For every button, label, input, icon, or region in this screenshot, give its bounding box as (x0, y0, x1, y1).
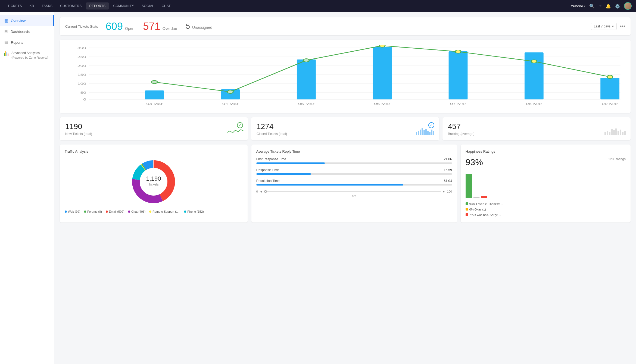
nav-tasks[interactable]: TASKS (38, 2, 56, 10)
overview-icon: ▦ (4, 18, 8, 23)
new-tickets-num: 1190 (65, 122, 242, 131)
nav-kb[interactable]: KB (26, 2, 38, 10)
nav-social[interactable]: SOCIAL (138, 2, 157, 10)
slider-thumb[interactable] (264, 190, 267, 193)
reply-time-title: Average Tickets Reply Time (256, 149, 452, 153)
mini-chart-wave (227, 127, 244, 136)
stat-open: 609 Open (106, 21, 135, 32)
nav-community[interactable]: COMMUNITY (110, 2, 137, 10)
svg-rect-34 (433, 131, 434, 135)
slider-line[interactable] (264, 191, 441, 192)
bar-07mar (449, 51, 468, 99)
metric-new-tickets: 1190 New Tickets (total) ✓ (60, 117, 248, 140)
svg-rect-39 (613, 130, 615, 135)
svg-rect-27 (420, 130, 421, 135)
closed-tickets-num: 1274 (257, 122, 434, 131)
sidebar-label-dashboards: Dashboards (11, 30, 30, 34)
response-label: Response Time (256, 168, 279, 172)
dot-08mar (531, 60, 537, 63)
settings-icon[interactable]: ⚙️ (615, 4, 620, 9)
nav-tickets[interactable]: TICKETS (4, 2, 25, 10)
top-nav: TICKETS KB TASKS CUSTOMERS REPORTS COMMU… (0, 0, 636, 12)
resolution-item: Resolution Time 61:04 (256, 179, 452, 186)
metric-backlog: 457 Backlog (average) (442, 117, 631, 140)
mini-chart-backlog (604, 127, 626, 136)
sidebar-label-reports: Reports (11, 40, 23, 45)
prev-arrow-icon[interactable]: ◄ (260, 190, 263, 193)
legend-loved: 93% Loved it. Thanks!! ... (469, 202, 503, 206)
resolution-bar (256, 184, 452, 186)
dot-07mar (455, 50, 461, 53)
dot-09mar (607, 75, 613, 79)
happiness-bars (466, 171, 626, 198)
traffic-title: Traffic Analysis (65, 149, 243, 153)
svg-text:Tickets: Tickets (149, 183, 159, 186)
resolution-value: 61:04 (444, 179, 452, 183)
svg-text:1,190: 1,190 (146, 175, 161, 182)
bar-03mar (145, 90, 164, 99)
svg-text:250: 250 (77, 55, 86, 58)
stat-overdue: 571 Overdue (143, 21, 177, 32)
brand-label[interactable]: zPhone ▾ (571, 4, 585, 8)
search-icon[interactable]: 🔍 (589, 4, 595, 9)
svg-text:07 Mar: 07 Mar (450, 102, 466, 105)
notifications-icon[interactable]: 🔔 (606, 4, 611, 9)
sidebar-item-dashboards[interactable]: ⊞ Dashboards (0, 26, 54, 37)
sidebar-item-reports[interactable]: ▤ Reports (0, 37, 54, 48)
legend-bad: 7% It was bad. Sorry! ... (469, 213, 501, 216)
stat-unassigned: 5 Unassigned (186, 23, 212, 30)
chart-area: 300 250 200 150 100 50 0 (65, 45, 625, 108)
hrs-label: hrs (256, 194, 452, 197)
slider-max: 100 (447, 190, 452, 193)
date-filter[interactable]: Last 7 days ▾ (591, 23, 617, 30)
stats-header: Current Tickets Stats 609 Open 571 Overd… (60, 17, 631, 35)
svg-text:06 Mar: 06 Mar (374, 102, 390, 105)
add-icon[interactable]: + (598, 3, 602, 9)
svg-rect-31 (427, 131, 429, 135)
nav-reports[interactable]: REPORTS (86, 2, 109, 10)
happiness-percent: 93% (466, 157, 483, 167)
happiness-title: Happiness Ratings (466, 149, 626, 153)
new-tickets-label: New Tickets (total) (65, 132, 242, 136)
resolution-fill (256, 184, 403, 186)
nav-customers[interactable]: CUSTOMERS (57, 2, 85, 10)
happiness-top: 93% 128 Ratings (466, 157, 626, 167)
svg-text:09 Mar: 09 Mar (602, 102, 618, 105)
slider-track[interactable]: 0 ◄ ► 100 (256, 190, 452, 193)
svg-rect-26 (418, 131, 419, 135)
avatar[interactable] (624, 2, 632, 10)
svg-rect-25 (416, 132, 417, 135)
svg-rect-3 (8, 54, 8, 56)
response-fill (256, 173, 311, 175)
response-bar (256, 173, 452, 175)
unassigned-count: 5 (186, 23, 190, 30)
dot-06mar (379, 45, 385, 47)
nav-items: TICKETS KB TASKS CUSTOMERS REPORTS COMMU… (4, 2, 571, 10)
nav-chat[interactable]: CHAT (158, 2, 174, 10)
first-response-fill (256, 162, 325, 164)
unassigned-label: Unassigned (192, 25, 212, 30)
open-label: Open (125, 26, 134, 31)
dot-03mar (152, 80, 157, 84)
sidebar-item-overview[interactable]: ▦ Overview (0, 15, 54, 26)
svg-rect-36 (607, 131, 608, 135)
svg-rect-33 (431, 130, 432, 135)
sidebar-item-analytics[interactable]: Advanced Analytics(Powered by Zoho Repor… (0, 48, 54, 63)
main-content: Current Tickets Stats 609 Open 571 Overd… (54, 12, 636, 364)
next-arrow-icon[interactable]: ► (442, 190, 445, 193)
svg-rect-43 (622, 132, 623, 135)
donut-legend: Web (99) Forums (8) Email (509) Chat (40… (65, 210, 243, 213)
svg-text:200: 200 (77, 64, 86, 67)
reply-time-card: Average Tickets Reply Time First Respons… (251, 145, 457, 222)
app-body: ▦ Overview ⊞ Dashboards ▤ Reports Advanc… (0, 12, 636, 364)
svg-text:04 Mar: 04 Mar (222, 102, 239, 105)
svg-rect-42 (620, 130, 621, 135)
resolution-label: Resolution Time (256, 179, 280, 183)
more-options-button[interactable]: ••• (620, 24, 625, 29)
svg-rect-2 (7, 52, 7, 56)
svg-text:100: 100 (77, 82, 86, 85)
bar-okay (473, 197, 480, 198)
svg-rect-38 (611, 129, 613, 135)
bar-05mar (297, 59, 316, 99)
chart-section: 300 250 200 150 100 50 0 (60, 40, 631, 113)
